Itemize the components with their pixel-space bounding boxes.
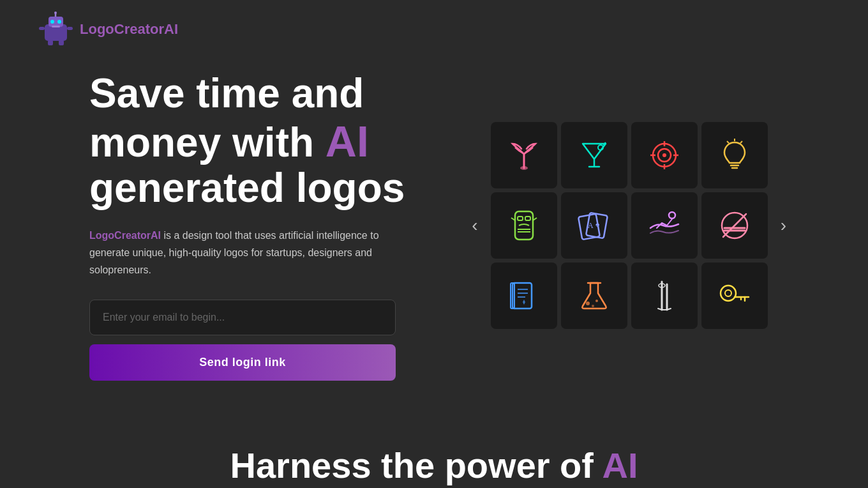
- send-login-button[interactable]: Send login link: [89, 344, 396, 381]
- svg-point-53: [592, 305, 594, 307]
- headline-line3: generated logos: [89, 165, 405, 211]
- email-input[interactable]: [89, 300, 396, 335]
- logo-cell-tiki: [491, 192, 557, 259]
- harness-title: Harness the power of AI: [128, 445, 740, 486]
- svg-rect-6: [52, 26, 60, 27]
- logo-cell-cocktail: [561, 122, 627, 188]
- svg-rect-7: [39, 27, 45, 30]
- logo-cell-palm-tree: [491, 122, 557, 188]
- svg-point-11: [520, 166, 528, 170]
- svg-point-58: [725, 290, 731, 296]
- logo-brand-name: LogoCreator: [80, 21, 164, 37]
- hero-description: LogoCreatorAI is a design tool that uses…: [89, 227, 421, 279]
- hero-left: Save time and money with AI generated lo…: [89, 71, 421, 381]
- hero-right: ‹: [467, 122, 791, 329]
- logo-cell-flask: [561, 263, 627, 329]
- headline-ai: AI: [326, 117, 369, 165]
- logo-cell-cards: A ♠: [561, 192, 627, 259]
- hero-section: Save time and money with AI generated lo…: [0, 58, 868, 406]
- svg-rect-8: [67, 27, 73, 30]
- svg-point-40: [669, 212, 675, 218]
- harness-title-main: Harness the power of: [230, 445, 594, 485]
- svg-point-3: [54, 11, 57, 14]
- logo-cell-book: [491, 263, 557, 329]
- svg-rect-10: [59, 40, 64, 45]
- carousel-prev-button[interactable]: ‹: [467, 210, 483, 241]
- svg-text:♠: ♠: [595, 220, 600, 229]
- svg-rect-45: [513, 283, 532, 309]
- svg-point-51: [586, 301, 590, 305]
- logo-robot-icon: [38, 11, 73, 47]
- svg-text:A: A: [588, 221, 594, 230]
- logo-grid: A ♠: [491, 122, 768, 329]
- svg-point-5: [57, 20, 61, 24]
- carousel-next-button[interactable]: ›: [775, 210, 791, 241]
- headline-line1: Save time and: [89, 70, 364, 116]
- svg-rect-9: [48, 40, 53, 45]
- logo-brand-ai: AI: [164, 21, 178, 37]
- svg-point-52: [595, 300, 598, 302]
- harness-section: Harness the power of AI Creating a profe…: [0, 406, 868, 488]
- svg-line-44: [723, 214, 746, 237]
- svg-line-27: [740, 141, 742, 143]
- svg-rect-30: [518, 217, 523, 220]
- svg-rect-29: [515, 211, 533, 240]
- navbar: LogoCreatorAI: [0, 0, 868, 58]
- logo-cell-target: [631, 122, 698, 188]
- logo-cell-swimmer: [631, 192, 698, 259]
- logo-cell-lightbulb: [701, 122, 768, 188]
- svg-line-28: [727, 141, 729, 143]
- svg-point-4: [50, 20, 54, 24]
- svg-rect-31: [525, 217, 530, 220]
- harness-title-ai: AI: [602, 445, 638, 485]
- svg-point-19: [662, 153, 666, 157]
- logo-text: LogoCreatorAI: [80, 21, 178, 38]
- logo-cell-no-smoking: [701, 192, 768, 259]
- logo-container: LogoCreatorAI: [38, 11, 178, 47]
- hero-brand-link: LogoCreatorAI: [89, 230, 161, 241]
- logo-cell-golf: [631, 263, 698, 329]
- svg-point-57: [721, 286, 736, 301]
- headline-line2: money with: [89, 119, 314, 165]
- logo-cell-key: [701, 263, 768, 329]
- hero-headline: Save time and money with AI generated lo…: [89, 71, 421, 211]
